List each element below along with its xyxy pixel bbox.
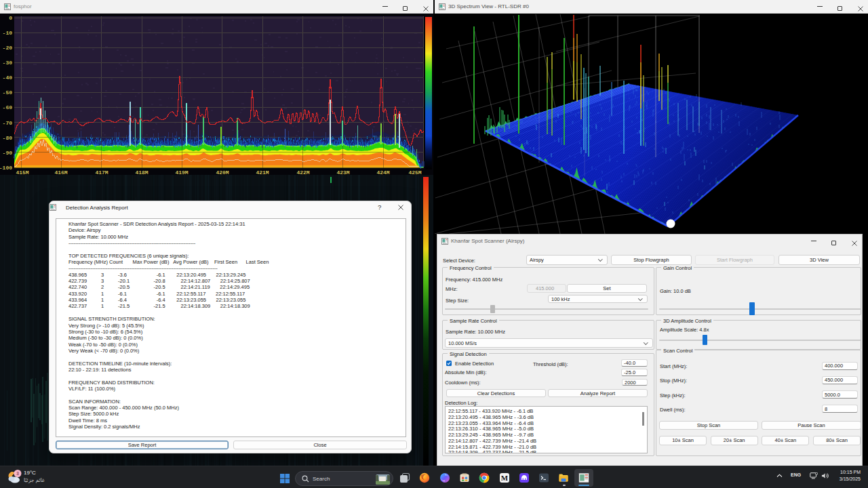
svg-text:-40: -40	[3, 75, 13, 81]
svg-text:-30: -30	[3, 60, 13, 66]
svg-text:-90: -90	[3, 150, 13, 156]
svg-text:-10: -10	[3, 30, 13, 36]
svg-text:3: 3	[16, 471, 19, 476]
svg-text:-50: -50	[3, 89, 13, 96]
svg-text:-20: -20	[3, 45, 13, 51]
svg-text:0: 0	[9, 15, 12, 21]
svg-text:-60: -60	[3, 104, 13, 110]
svg-text:-100: -100	[0, 165, 12, 171]
svg-text:M: M	[501, 474, 509, 482]
svg-text:-70: -70	[3, 120, 13, 126]
svg-text:-80: -80	[3, 135, 13, 141]
